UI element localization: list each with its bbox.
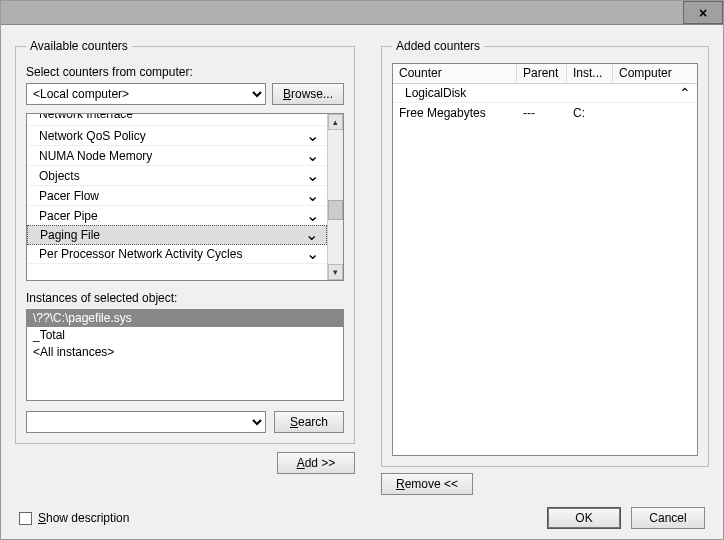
- counter-item[interactable]: Network QoS Policy ⌄: [27, 126, 327, 146]
- added-table: Counter Parent Inst... Computer LogicalD…: [392, 63, 698, 456]
- table-row[interactable]: Free Megabytes --- C:: [393, 103, 697, 122]
- counter-item-label: Network Interface: [39, 114, 133, 116]
- counter-item-label: Network QoS Policy: [39, 129, 146, 143]
- cell-instance: C:: [567, 105, 613, 121]
- group-row[interactable]: LogicalDisk ⌃: [393, 84, 697, 103]
- instances-label: Instances of selected object:: [26, 291, 344, 305]
- counter-item[interactable]: Per Processor Network Activity Cycles ⌄: [27, 244, 327, 264]
- computer-row: <Local computer> Browse...: [26, 83, 344, 105]
- show-description-label: Show description: [38, 511, 129, 525]
- counter-item-label: Objects: [39, 169, 80, 183]
- browse-button[interactable]: Browse...: [272, 83, 344, 105]
- counter-item[interactable]: Pacer Pipe ⌄: [27, 206, 327, 226]
- counter-item-label: Pacer Pipe: [39, 209, 98, 223]
- panels: Available counters Select counters from …: [15, 39, 709, 495]
- cancel-button[interactable]: Cancel: [631, 507, 705, 529]
- th-computer[interactable]: Computer: [613, 64, 697, 83]
- counter-item[interactable]: Objects ⌄: [27, 166, 327, 186]
- table-body: LogicalDisk ⌃ Free Megabytes --- C:: [393, 84, 697, 455]
- footer-buttons: OK Cancel: [547, 507, 705, 529]
- available-panel: Available counters Select counters from …: [15, 39, 355, 495]
- close-icon: ×: [699, 5, 707, 21]
- scroll-up-icon[interactable]: ▴: [328, 114, 343, 130]
- counter-item-label: Per Processor Network Activity Cycles: [39, 247, 242, 261]
- cell-computer: [613, 112, 697, 114]
- checkbox-icon: [19, 512, 32, 525]
- counter-item-label: Paging File: [40, 228, 100, 242]
- available-fieldset: Available counters Select counters from …: [15, 39, 355, 444]
- search-button[interactable]: Search: [274, 411, 344, 433]
- dialog-window: × Available counters Select counters fro…: [0, 0, 724, 540]
- counter-item[interactable]: NUMA Node Memory ⌄: [27, 146, 327, 166]
- counter-list-inner: Network Interface ⌄ Network QoS Policy ⌄…: [27, 114, 327, 280]
- counter-item[interactable]: Network Interface ⌄: [27, 114, 327, 126]
- instance-item[interactable]: _Total: [27, 327, 343, 344]
- close-button[interactable]: ×: [683, 1, 723, 24]
- instances-list: \??\C:\pagefile.sys _Total <All instance…: [26, 309, 344, 401]
- added-fieldset: Added counters Counter Parent Inst... Co…: [381, 39, 709, 467]
- added-panel: Added counters Counter Parent Inst... Co…: [381, 39, 709, 495]
- ok-button[interactable]: OK: [547, 507, 621, 529]
- added-legend: Added counters: [392, 39, 484, 53]
- remove-button[interactable]: Remove <<: [381, 473, 473, 495]
- counter-item[interactable]: Pacer Flow ⌄: [27, 186, 327, 206]
- counter-item[interactable]: Paging File ⌄: [27, 225, 327, 245]
- computer-combo[interactable]: <Local computer>: [26, 83, 266, 105]
- instance-search-combo[interactable]: [26, 411, 266, 433]
- th-counter[interactable]: Counter: [393, 64, 517, 83]
- counter-item-label: NUMA Node Memory: [39, 149, 152, 163]
- counter-list: Network Interface ⌄ Network QoS Policy ⌄…: [26, 113, 344, 281]
- add-row: Add >>: [15, 452, 355, 474]
- cell-parent: ---: [517, 105, 567, 121]
- footer: Show description OK Cancel: [15, 507, 709, 529]
- show-description-checkbox[interactable]: Show description: [19, 511, 129, 525]
- available-legend: Available counters: [26, 39, 132, 53]
- remove-row: Remove <<: [381, 473, 709, 495]
- instance-item[interactable]: <All instances>: [27, 344, 343, 361]
- table-header: Counter Parent Inst... Computer: [393, 64, 697, 84]
- cell-counter: Free Megabytes: [393, 105, 517, 121]
- scrollbar[interactable]: ▴ ▾: [327, 114, 343, 280]
- group-label: LogicalDisk: [405, 86, 466, 100]
- add-button[interactable]: Add >>: [277, 452, 355, 474]
- dialog-content: Available counters Select counters from …: [1, 25, 723, 539]
- instance-item[interactable]: \??\C:\pagefile.sys: [27, 310, 343, 327]
- titlebar: ×: [1, 1, 723, 25]
- counter-item-label: Pacer Flow: [39, 189, 99, 203]
- scroll-thumb[interactable]: [328, 200, 343, 220]
- scroll-down-icon[interactable]: ▾: [328, 264, 343, 280]
- th-instance[interactable]: Inst...: [567, 64, 613, 83]
- search-row: Search: [26, 411, 344, 433]
- th-parent[interactable]: Parent: [517, 64, 567, 83]
- select-computer-label: Select counters from computer:: [26, 65, 344, 79]
